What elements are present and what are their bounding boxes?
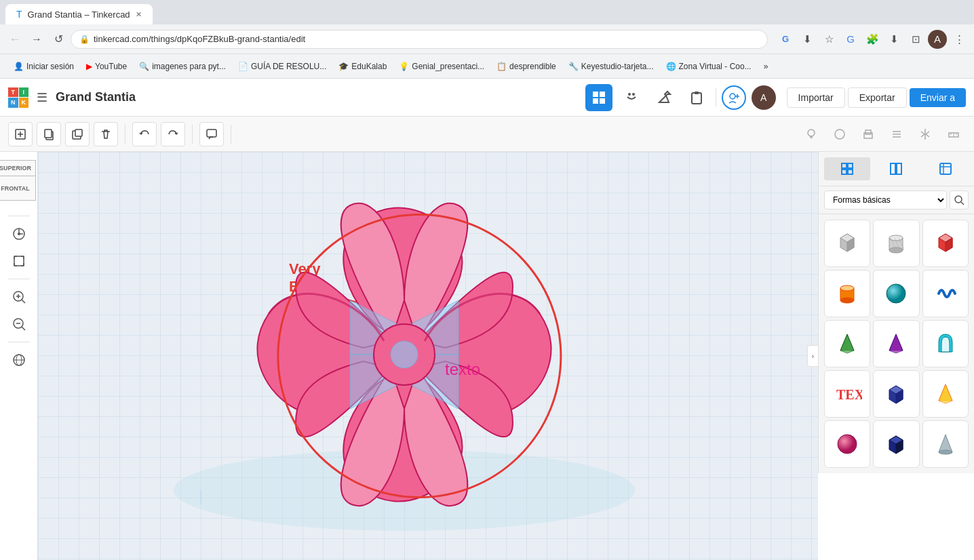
- canvas-grid: VeryBig!!!: [38, 152, 818, 560]
- collapse-panel-button[interactable]: ›: [807, 345, 818, 367]
- zoom-in-button[interactable]: [7, 285, 31, 309]
- menu-list-icon[interactable]: ☰: [37, 90, 47, 105]
- grid-view-button[interactable]: [585, 84, 612, 111]
- svg-marker-81: [889, 334, 903, 353]
- shapes-search-button[interactable]: [950, 191, 969, 209]
- export-button[interactable]: Exportar: [848, 87, 907, 108]
- split-icon[interactable]: ⊡: [906, 30, 925, 49]
- mirror-tool-button[interactable]: [913, 122, 937, 146]
- refresh-button[interactable]: ↺: [49, 30, 68, 49]
- tab-close-btn[interactable]: ✕: [136, 10, 142, 19]
- shape-item-pyramid-purple[interactable]: [873, 320, 919, 367]
- panel-tab-grid[interactable]: [824, 157, 870, 180]
- svg-point-73: [840, 285, 854, 291]
- world-button[interactable]: [7, 348, 31, 372]
- align-tool-button[interactable]: [884, 122, 909, 146]
- bookmark-edukalab[interactable]: 🎓 EduKalab: [333, 59, 392, 74]
- bookmark-imagenes[interactable]: 🔍 imagenes para pyt...: [134, 59, 231, 74]
- wrench-view-button[interactable]: [650, 84, 678, 111]
- add-user-button[interactable]: [722, 85, 746, 110]
- comment-button[interactable]: [199, 122, 224, 146]
- send-button[interactable]: Enviar a: [910, 88, 966, 107]
- svg-rect-17: [75, 129, 82, 136]
- back-button[interactable]: ←: [5, 30, 24, 49]
- shape-item-pyramid-green[interactable]: [824, 320, 870, 367]
- svg-rect-7: [695, 92, 699, 94]
- extensions-icon[interactable]: 🧩: [863, 30, 882, 49]
- address-box[interactable]: 🔒 tinkercad.com/things/dpKqoFZBkuB-grand…: [71, 30, 768, 49]
- fit-view-button[interactable]: [7, 249, 31, 273]
- shape-item-cylinder-striped[interactable]: [873, 220, 919, 267]
- shape-item-arch[interactable]: [922, 320, 969, 367]
- bookmark-label-zona: Zona Virtual - Coo...: [679, 62, 752, 71]
- tab-title: Grand Stantia – Tinkercad: [28, 9, 130, 20]
- redo-icon: [167, 128, 179, 140]
- project-title: Grand Stantia: [56, 90, 136, 104]
- bookmark-zona-virtual[interactable]: 🌐 Zona Virtual - Coo...: [661, 59, 757, 74]
- svg-rect-6: [692, 93, 701, 104]
- shape-item-squiggle[interactable]: [922, 270, 969, 317]
- bookmark-star-icon[interactable]: ☆: [819, 30, 838, 49]
- shape-item-sphere[interactable]: [873, 270, 919, 317]
- grid-view-icon: [591, 90, 606, 105]
- light-bulb-button[interactable]: [799, 122, 823, 146]
- menu-icon[interactable]: ⋮: [950, 30, 969, 49]
- forward-button[interactable]: →: [27, 30, 46, 49]
- user-avatar[interactable]: A: [752, 85, 776, 110]
- shape-item-red-cube[interactable]: [922, 220, 969, 267]
- bookmark-desprendible[interactable]: 📋 desprendible: [491, 59, 562, 74]
- copy-button[interactable]: [37, 122, 61, 146]
- active-tab[interactable]: T Grand Stantia – Tinkercad ✕: [5, 4, 153, 24]
- panel-tab-list[interactable]: [873, 157, 919, 180]
- bookmark-youtube[interactable]: ▶ YouTube: [81, 59, 132, 74]
- profile-circle-icon[interactable]: A: [928, 30, 947, 49]
- shape-item-box-blue[interactable]: [873, 370, 919, 418]
- bookmark-genial[interactable]: 💡 Genial_presentaci...: [393, 59, 490, 74]
- delete-button[interactable]: [94, 122, 118, 146]
- new-design-button[interactable]: [8, 122, 33, 146]
- bookmark-guia[interactable]: 📄 GUÍA DE RESOLU...: [233, 59, 332, 74]
- canvas-area[interactable]: VeryBig!!!: [38, 152, 818, 560]
- panel-grid-icon: [840, 161, 855, 176]
- home-view-button[interactable]: [7, 222, 31, 246]
- bookmark-iniciar-sesion[interactable]: 👤 Iniciar sesión: [8, 59, 79, 74]
- bookmark-label-keyestudio: Keyestudio-tarjeta...: [581, 62, 654, 71]
- shapes-category-select[interactable]: Formas básicas: [824, 191, 947, 209]
- zoom-out-icon: [12, 317, 26, 332]
- shape-item-cone[interactable]: [922, 420, 969, 468]
- snowflake-object[interactable]: texto: [167, 152, 642, 560]
- bookmark-favicon-genial: 💡: [399, 62, 409, 71]
- circle-tool-button[interactable]: [827, 122, 852, 146]
- bookmarks-bar: 👤 Iniciar sesión ▶ YouTube 🔍 imagenes pa…: [0, 54, 974, 79]
- shape-item-cylinder-orange[interactable]: [824, 270, 870, 317]
- shape-item-box[interactable]: [824, 220, 870, 267]
- duplicate-button[interactable]: [65, 122, 90, 146]
- square-tool-button[interactable]: [856, 122, 880, 146]
- shape-item-pyramid-yellow[interactable]: [922, 370, 969, 418]
- shape-item-box-dark[interactable]: [873, 420, 919, 468]
- svg-rect-18: [207, 129, 216, 137]
- save-icon[interactable]: ⬇: [884, 30, 903, 49]
- bookmark-label-youtube: YouTube: [95, 62, 127, 71]
- copy-icon: [43, 128, 55, 140]
- home-view-icon: [12, 226, 26, 241]
- undo-button[interactable]: [132, 122, 157, 146]
- hand-view-button[interactable]: [618, 84, 645, 111]
- bookmark-more[interactable]: »: [758, 59, 774, 74]
- google-icon[interactable]: G: [776, 30, 795, 49]
- redo-button[interactable]: [161, 122, 185, 146]
- shape-item-text[interactable]: TEXT: [824, 370, 870, 418]
- clipboard-view-button[interactable]: [683, 84, 710, 111]
- import-button[interactable]: Importar: [787, 87, 845, 108]
- ruler-tool-button[interactable]: [941, 122, 966, 146]
- bookmark-keyestudio[interactable]: 🔧 Keyestudio-tarjeta...: [563, 59, 659, 74]
- translate-icon[interactable]: G: [841, 30, 860, 49]
- panel-tab-search[interactable]: [922, 157, 969, 180]
- shape-item-sphere-pink[interactable]: [824, 420, 870, 468]
- zoom-out-button[interactable]: [7, 312, 31, 336]
- toolbar-separator-3: [231, 125, 231, 144]
- download-icon[interactable]: ⬇: [798, 30, 817, 49]
- tinkercad-logo[interactable]: T I N K: [8, 87, 28, 108]
- view-cube[interactable]: SUPERIOR FRONTAL: [0, 160, 43, 207]
- tab-favicon: T: [16, 9, 22, 20]
